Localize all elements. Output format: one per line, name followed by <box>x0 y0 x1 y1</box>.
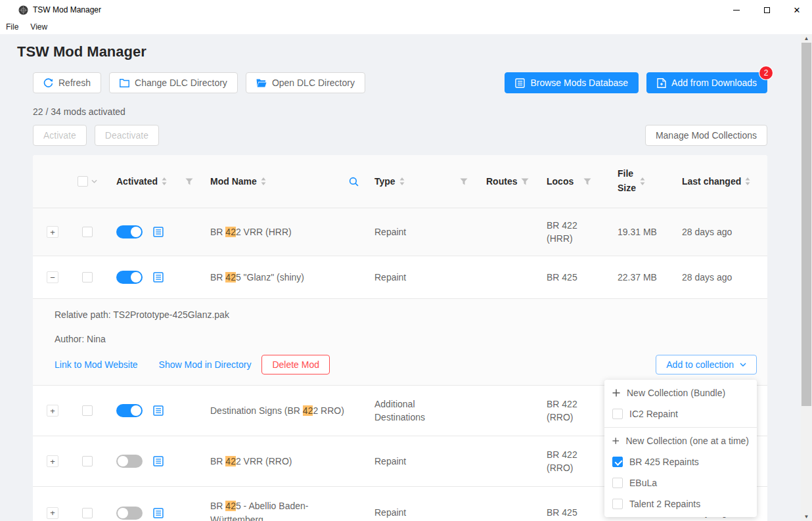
refresh-button[interactable]: Refresh <box>33 72 101 93</box>
selection-chevron-icon[interactable] <box>91 179 97 183</box>
expand-row-button[interactable]: + <box>47 405 58 417</box>
collapse-row-button[interactable]: − <box>47 271 58 283</box>
collection-checkbox[interactable] <box>612 457 623 467</box>
file-add-icon <box>657 78 666 88</box>
add-from-downloads-button[interactable]: Add from Downloads 2 <box>646 72 767 93</box>
window-title: TSW Mod Manager <box>33 5 101 14</box>
column-header-activated[interactable]: Activated <box>116 176 158 187</box>
filter-icon[interactable] <box>583 178 591 185</box>
select-all-checkbox[interactable] <box>78 176 88 187</box>
filter-icon[interactable] <box>521 178 529 185</box>
mod-author: Author: Nina <box>55 334 757 344</box>
activated-toggle[interactable] <box>116 404 143 417</box>
expand-row-button[interactable]: + <box>47 455 58 467</box>
row-checkbox[interactable] <box>82 456 93 466</box>
vertical-scrollbar[interactable]: ▲ ▼ <box>801 34 812 521</box>
mod-file-size: 22.37 MB <box>611 271 675 284</box>
mod-locos: BR 425 <box>539 506 611 519</box>
activated-toggle[interactable] <box>116 507 143 520</box>
minimize-button[interactable] <box>721 0 752 20</box>
column-header-last-changed[interactable]: Last changed <box>682 176 741 187</box>
mod-type: Repaint <box>368 271 480 284</box>
mod-database-icon[interactable] <box>153 508 164 518</box>
scroll-up-button[interactable]: ▲ <box>801 34 812 43</box>
folder-open-icon <box>256 79 267 87</box>
collection-checkbox[interactable] <box>612 499 623 509</box>
menu-view[interactable]: View <box>24 21 53 33</box>
column-header-routes[interactable]: Routes <box>486 176 517 187</box>
column-header-mod-name[interactable]: Mod Name <box>210 176 257 187</box>
collection-item[interactable]: BR 425 Repaints <box>604 451 757 472</box>
collection-item[interactable]: Talent 2 Repaints <box>604 493 757 514</box>
search-highlight: 42 <box>225 272 236 283</box>
maximize-button[interactable] <box>752 0 782 20</box>
scroll-down-button[interactable]: ▼ <box>801 512 812 521</box>
folder-icon <box>120 79 129 87</box>
mod-locos: BR 425 <box>539 271 611 284</box>
new-collection-one-at-a-time-item[interactable]: New Collection (one at a time) <box>604 430 757 451</box>
mod-type: Repaint <box>368 225 480 238</box>
sort-icon[interactable] <box>399 177 405 185</box>
column-header-type[interactable]: Type <box>374 176 395 187</box>
mod-file-size: 19.31 MB <box>611 225 675 238</box>
filter-icon[interactable] <box>185 178 193 185</box>
collection-item[interactable]: IC2 Repaint <box>604 403 757 424</box>
scroll-thumb[interactable] <box>801 43 811 406</box>
show-mod-in-directory[interactable]: Show Mod in Directory <box>159 359 252 370</box>
column-header-locos[interactable]: Locos <box>547 176 574 187</box>
mod-database-icon[interactable] <box>153 405 164 416</box>
new-collection-bundle-item[interactable]: New Collection (Bundle) <box>604 382 757 403</box>
table-header-row: Activated Mod Name T <box>33 155 767 208</box>
mod-database-icon[interactable] <box>153 272 164 283</box>
column-header-file-size[interactable]: File Size <box>618 167 636 195</box>
row-checkbox[interactable] <box>82 508 93 518</box>
browse-mods-database-button[interactable]: Browse Mods Database <box>505 72 639 93</box>
relative-path: Relative path: TS2Prototype-425Glanz.pak <box>55 309 757 320</box>
filter-icon[interactable] <box>460 178 468 185</box>
open-dlc-directory-button[interactable]: Open DLC Directory <box>246 72 365 93</box>
search-icon[interactable] <box>349 177 359 187</box>
mods-activated-status: 22 / 34 mods activated <box>33 106 767 117</box>
mod-database-icon[interactable] <box>153 456 164 466</box>
activate-button[interactable]: Activate <box>33 125 87 146</box>
row-checkbox[interactable] <box>82 272 93 283</box>
manage-mod-collections-button[interactable]: Manage Mod Collections <box>645 125 767 146</box>
add-to-collection-button[interactable]: Add to collection <box>656 355 757 374</box>
table-row: − BR 425 "Glanz" (shiny) Repaint BR 425 … <box>33 256 767 298</box>
mod-type: Additional Destinations <box>368 397 480 424</box>
mod-locos: BR 422 (RRO) <box>539 397 611 424</box>
close-button[interactable]: ✕ <box>782 0 812 20</box>
sort-icon[interactable] <box>745 177 750 185</box>
plus-icon <box>612 437 619 445</box>
sort-icon[interactable] <box>640 177 645 185</box>
app-icon <box>18 5 28 15</box>
chevron-down-icon <box>740 363 746 367</box>
activated-toggle[interactable] <box>116 225 143 238</box>
mod-type: Repaint <box>368 455 480 468</box>
row-checkbox[interactable] <box>82 405 93 416</box>
expand-row-button[interactable]: + <box>47 226 58 238</box>
link-to-mod-website[interactable]: Link to Mod Website <box>55 359 138 370</box>
collection-checkbox[interactable] <box>612 409 623 419</box>
activated-toggle[interactable] <box>116 271 143 284</box>
expand-row-button[interactable]: + <box>47 507 58 519</box>
collection-checkbox[interactable] <box>612 478 623 488</box>
sort-icon[interactable] <box>162 177 167 185</box>
change-dlc-directory-button[interactable]: Change DLC Directory <box>109 72 238 93</box>
search-highlight: 42 <box>225 227 236 237</box>
menu-divider <box>604 427 757 428</box>
deactivate-button[interactable]: Deactivate <box>95 125 159 146</box>
mod-last-changed: 28 days ago <box>675 225 767 238</box>
app-window: TSW Mod Manager ✕ File View TSW Mod Mana… <box>0 0 812 521</box>
sort-icon[interactable] <box>261 177 266 185</box>
titlebar: TSW Mod Manager ✕ <box>0 0 812 20</box>
delete-mod-button[interactable]: Delete Mod <box>261 355 330 374</box>
row-checkbox[interactable] <box>82 227 93 237</box>
collection-item[interactable]: EBuLa <box>604 472 757 493</box>
actions-row: Activate Deactivate Manage Mod Collectio… <box>33 125 767 146</box>
mod-name: BR 425 - Abellio Baden-Württemberg <box>202 499 368 521</box>
activated-toggle[interactable] <box>116 455 143 468</box>
menu-file[interactable]: File <box>0 21 24 33</box>
mod-database-icon[interactable] <box>153 227 164 237</box>
add-to-collection-menu: New Collection (Bundle) IC2 Repaint New … <box>604 380 757 517</box>
